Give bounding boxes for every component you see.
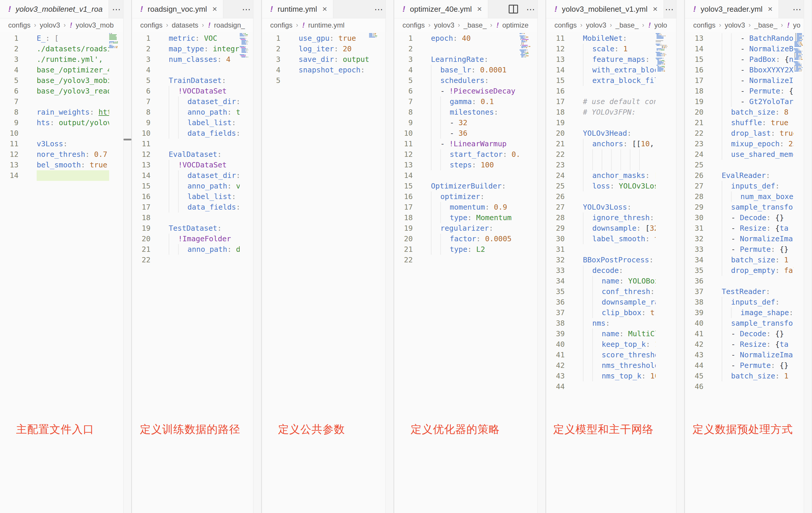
token: : [766, 171, 770, 180]
indent-guide [440, 107, 450, 118]
breadcrumb-file[interactable]: yo [793, 21, 800, 29]
minimap-token [664, 61, 665, 62]
breadcrumb-item[interactable]: _base_ [615, 21, 639, 29]
breadcrumb-item[interactable]: configs [693, 21, 716, 29]
minimap-token [793, 61, 798, 62]
scrollbar-gutter[interactable] [676, 0, 685, 513]
token: : [762, 118, 771, 127]
scrollbar-gutter[interactable] [123, 0, 132, 513]
indent-guide [583, 307, 592, 318]
minimap-token [800, 58, 800, 59]
indent-guide [722, 223, 731, 234]
split-editor-icon[interactable] [509, 5, 518, 13]
tab-runtime.yml[interactable]: !runtime.yml× [262, 0, 333, 18]
token: : [227, 182, 236, 190]
line-number: 13 [546, 54, 565, 65]
code-editor[interactable]: 1use_gpu: true2log_iter: 203save_dir: ou… [262, 33, 369, 86]
token: : [236, 97, 240, 106]
editor-pane-3: !runtime.yml×⋯configs›!runtime.yml1use_g… [262, 0, 394, 513]
breadcrumb-file[interactable]: optimize [502, 21, 528, 29]
line-content [169, 65, 240, 76]
more-actions-icon[interactable]: ⋯ [242, 4, 252, 14]
minimap-line [656, 50, 671, 51]
token: {} [789, 87, 793, 95]
more-actions-icon[interactable]: ⋯ [112, 4, 121, 14]
code-line: 6- !PiecewiseDecay [394, 86, 520, 96]
minimap[interactable] [369, 33, 384, 39]
minimap-token [527, 50, 528, 51]
breadcrumb-item[interactable]: configs [8, 21, 30, 29]
breadcrumb-item[interactable]: _base_ [754, 21, 777, 29]
minimap[interactable] [520, 33, 535, 59]
breadcrumb-file[interactable]: yolov3_mob [76, 21, 114, 29]
breadcrumb-item[interactable]: configs [270, 21, 292, 29]
line-number: 15 [546, 76, 565, 86]
close-icon[interactable]: × [653, 4, 658, 14]
line-number: 18 [546, 107, 565, 118]
code-editor[interactable]: 11MobileNet:12scale: 113feature_maps: [4… [546, 33, 656, 392]
minimap[interactable] [240, 33, 255, 59]
line-number: 44 [546, 381, 565, 392]
close-icon[interactable]: × [768, 4, 773, 14]
indent-guide [722, 265, 731, 276]
breadcrumb-item[interactable]: configs [554, 21, 577, 29]
breadcrumb-file[interactable]: roadsign_ [214, 21, 245, 29]
minimap[interactable] [656, 33, 671, 73]
scrollbar-gutter[interactable] [804, 0, 812, 513]
code-editor[interactable]: 1epoch: 4023LearningRate:4base_lr: 0.000… [394, 33, 520, 265]
breadcrumb-item[interactable]: yolov3 [586, 21, 606, 29]
scrollbar-gutter[interactable] [385, 0, 394, 513]
tab-yolov3_mobilenet_v1.yml[interactable]: !yolov3_mobilenet_v1.yml× [546, 0, 664, 18]
token: batch_size [731, 108, 775, 116]
breadcrumb-item[interactable]: datasets [172, 21, 198, 29]
breadcrumb-item[interactable]: configs [403, 21, 425, 29]
close-icon[interactable]: × [477, 4, 482, 14]
breadcrumb-file[interactable]: yolo [654, 21, 667, 29]
token: anno_path [187, 108, 227, 116]
minimap-line [240, 35, 255, 36]
line-content: rain_weights: htt [37, 107, 109, 118]
minimap-line [656, 41, 671, 42]
sash-handle[interactable] [123, 139, 132, 141]
breadcrumb-item[interactable]: yolov3 [434, 21, 454, 29]
code-editor[interactable]: 1metric: VOC2map_type: integr3num_classe… [132, 33, 240, 265]
minimap-token [796, 67, 799, 68]
tab-yolov3_mobilenet_v1_roa[interactable]: !yolov3_mobilenet_v1_roa [0, 0, 109, 18]
tab-optimizer_40e.yml[interactable]: !optimizer_40e.yml× [394, 0, 488, 18]
code-line: 3./runtime.yml', [0, 54, 109, 65]
indent-guide [169, 160, 178, 170]
minimap-token [244, 34, 245, 35]
minimap-token [660, 50, 664, 51]
line-number: 19 [685, 96, 703, 107]
line-number: 1 [0, 33, 19, 44]
minimap-line [656, 61, 671, 62]
more-actions-icon[interactable]: ⋯ [793, 4, 802, 14]
breadcrumb-item[interactable]: yolov3 [39, 21, 60, 29]
scrollbar-gutter[interactable] [253, 0, 261, 513]
tab-roadsign_voc.yml[interactable]: !roadsign_voc.yml× [132, 0, 223, 18]
scrollbar-gutter[interactable] [538, 0, 546, 513]
token: num_max_boxes [741, 192, 793, 201]
indent-guide [169, 244, 178, 255]
code-editor[interactable]: 13- BatchRandomR14- NormalizeBox15- PadB… [685, 33, 793, 392]
token: : [775, 108, 784, 116]
line-content: TestReader: [722, 286, 793, 297]
close-icon[interactable]: × [322, 4, 327, 14]
breadcrumb-file[interactable]: runtime.yml [308, 21, 344, 29]
code-editor[interactable]: 1E_: [2./datasets/roadsi3./runtime.yml',… [0, 33, 109, 181]
token: Resize [740, 224, 766, 233]
line-content: - NormalizeIma [722, 350, 793, 360]
more-actions-icon[interactable]: ⋯ [374, 4, 384, 14]
breadcrumb-item[interactable]: yolov3 [725, 21, 745, 29]
token: {} [780, 245, 788, 253]
breadcrumb-item[interactable]: configs [140, 21, 163, 29]
more-actions-icon[interactable]: ⋯ [665, 4, 674, 14]
minimap-token [799, 67, 800, 68]
breadcrumb-item[interactable]: _base_ [464, 21, 487, 29]
more-actions-icon[interactable]: ⋯ [526, 4, 536, 14]
minimap[interactable] [109, 33, 124, 50]
indent-guide [722, 191, 731, 202]
tab-yolov3_reader.yml[interactable]: !yolov3_reader.yml× [685, 0, 779, 18]
code-line: 5schedulers: [394, 76, 520, 86]
close-icon[interactable]: × [212, 4, 217, 14]
